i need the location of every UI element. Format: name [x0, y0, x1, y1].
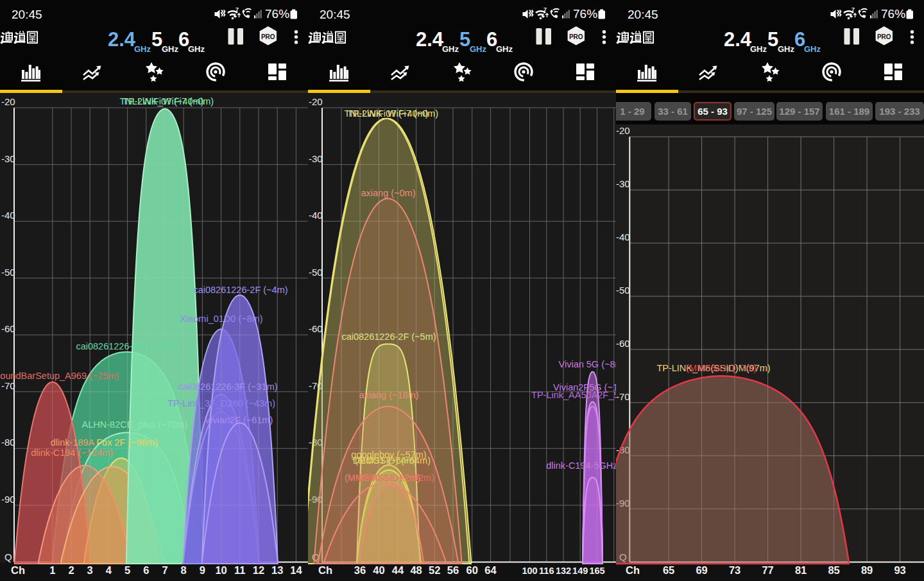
svg-text:36: 36	[354, 564, 366, 576]
svg-text:Xiaomi_01D0 (~8m): Xiaomi_01D0 (~8m)	[180, 314, 262, 324]
svg-text:GHz: GHz	[750, 44, 767, 54]
svg-text:GHz: GHz	[188, 44, 205, 54]
svg-text:100: 100	[522, 566, 537, 576]
svg-text:13: 13	[271, 564, 283, 576]
svg-text:73: 73	[729, 564, 740, 576]
svg-text:GHz: GHz	[162, 44, 179, 54]
svg-text:-80: -80	[1, 437, 15, 448]
svg-text:69: 69	[696, 564, 707, 576]
svg-text:Vivian2F (~61m): Vivian2F (~61m)	[205, 415, 273, 425]
svg-text:64: 64	[484, 564, 497, 576]
svg-text:85: 85	[828, 564, 839, 576]
svg-text:-30: -30	[616, 178, 630, 189]
svg-text:48: 48	[410, 564, 422, 576]
svg-text:4: 4	[106, 564, 112, 576]
svg-text:Q: Q	[4, 552, 12, 562]
svg-text:132: 132	[556, 566, 571, 576]
svg-text:ALHN-82CE_plus (~70m): ALHN-82CE_plus (~70m)	[82, 419, 188, 430]
svg-text:-50: -50	[1, 267, 15, 278]
svg-text:SoundBarSetup_A969 (~25m): SoundBarSetup_A969 (~25m)	[0, 371, 119, 381]
svg-text:axiang (~18m): axiang (~18m)	[359, 390, 418, 400]
svg-text:GHz: GHz	[778, 44, 795, 54]
svg-text:40: 40	[373, 564, 384, 576]
svg-text:165: 165	[589, 566, 604, 576]
svg-text:77: 77	[762, 564, 773, 576]
svg-text:2.4: 2.4	[416, 28, 444, 51]
svg-text:PRO: PRO	[569, 33, 583, 40]
svg-text:-40: -40	[309, 210, 323, 221]
svg-text:14: 14	[290, 564, 302, 576]
svg-text:7: 7	[162, 564, 167, 576]
svg-text:-30: -30	[1, 153, 15, 164]
svg-text:-90: -90	[1, 494, 15, 505]
svg-text:7: 7	[235, 6, 239, 13]
svg-text:-30: -30	[309, 153, 323, 164]
svg-text:-70: -70	[1, 380, 15, 391]
svg-text:TP-Link_AA50A2F_5G (~2m): TP-Link_AA50A2F_5G (~2m)	[531, 390, 616, 400]
svg-text:52: 52	[429, 564, 440, 576]
svg-text:(MMSSID) (~92m): (MMSSID) (~92m)	[359, 473, 434, 483]
svg-text:(MMSSID) (~64m): (MMSSID) (~64m)	[355, 455, 431, 466]
svg-text:dlink-189A: dlink-189A	[51, 437, 95, 448]
svg-text:GHz: GHz	[442, 44, 459, 54]
svg-text:93: 93	[894, 564, 905, 576]
svg-text:6: 6	[143, 564, 149, 576]
svg-text:-40: -40	[616, 232, 630, 242]
svg-text:20:45: 20:45	[320, 8, 350, 21]
svg-text:Ch: Ch	[11, 564, 25, 576]
svg-text:GHz: GHz	[134, 44, 151, 54]
svg-text:81: 81	[795, 564, 807, 576]
svg-text:-50: -50	[616, 285, 630, 296]
svg-text:76%: 76%	[265, 7, 289, 21]
svg-text:5: 5	[459, 28, 470, 51]
svg-text:Vivian 5G (~8m): Vivian 5G (~8m)	[559, 359, 616, 369]
svg-text:PRO: PRO	[877, 33, 891, 40]
svg-text:GHz: GHz	[804, 44, 821, 54]
svg-text:-70: -70	[616, 391, 630, 402]
svg-text:dlink-C194 (~124m): dlink-C194 (~124m)	[31, 448, 113, 458]
svg-text:-20: -20	[309, 96, 323, 107]
svg-text:76%: 76%	[573, 7, 597, 21]
svg-text:cai08261226-4F (~14m): cai08261226-4F (~14m)	[76, 341, 175, 351]
svg-text:-60: -60	[616, 338, 630, 349]
svg-text:Ch: Ch	[318, 564, 332, 576]
svg-text:9: 9	[200, 564, 205, 576]
svg-text:PRO: PRO	[261, 33, 275, 40]
svg-text:3: 3	[87, 564, 93, 576]
svg-text:44: 44	[392, 564, 404, 576]
svg-text:20:45: 20:45	[628, 8, 658, 21]
svg-text:dlink-C194-5GHz (~3m): dlink-C194-5GHz (~3m)	[546, 460, 616, 471]
svg-text:(MMSSID) (~7m): (MMSSID) (~7m)	[686, 363, 757, 373]
svg-text:TNL2WiFi07 (~40m): TNL2WiFi07 (~40m)	[120, 96, 204, 106]
svg-text:89: 89	[861, 564, 873, 576]
svg-text:149: 149	[572, 566, 588, 576]
svg-text:116: 116	[539, 566, 554, 576]
svg-text:1: 1	[49, 564, 55, 576]
svg-text:5: 5	[151, 28, 162, 51]
svg-text:GHz: GHz	[470, 44, 487, 54]
svg-text:TNL2WiFi07 (~40m): TNL2WiFi07 (~40m)	[345, 108, 429, 119]
svg-text:Fox 2F (~98m): Fox 2F (~98m)	[96, 437, 157, 448]
svg-text:2.4: 2.4	[108, 28, 136, 51]
svg-text:76%: 76%	[881, 7, 905, 21]
svg-text:cai08261226-2F (~4m): cai08261226-2F (~4m)	[193, 285, 287, 295]
svg-text:axiang (~0m): axiang (~0m)	[361, 188, 415, 198]
svg-text:-50: -50	[309, 267, 323, 278]
svg-text:Ch: Ch	[626, 564, 640, 576]
svg-text:-40: -40	[1, 210, 15, 221]
svg-text:GHz: GHz	[496, 44, 513, 54]
svg-text:12: 12	[253, 564, 264, 576]
svg-text:TP-Link_3F_D260 (~43m): TP-Link_3F_D260 (~43m)	[167, 398, 275, 408]
svg-text:-20: -20	[616, 125, 630, 136]
svg-text:60: 60	[466, 564, 478, 576]
svg-text:20:45: 20:45	[12, 8, 42, 21]
svg-text:56: 56	[447, 564, 459, 576]
svg-text:7: 7	[851, 6, 855, 13]
svg-text:65: 65	[663, 564, 674, 576]
svg-text:7: 7	[543, 6, 547, 13]
svg-text:2: 2	[68, 564, 74, 576]
svg-text:-60: -60	[309, 323, 323, 334]
svg-text:8: 8	[181, 564, 187, 576]
svg-text:cai08261226-3F (~31m): cai08261226-3F (~31m)	[178, 382, 277, 392]
svg-text:5: 5	[124, 564, 130, 576]
